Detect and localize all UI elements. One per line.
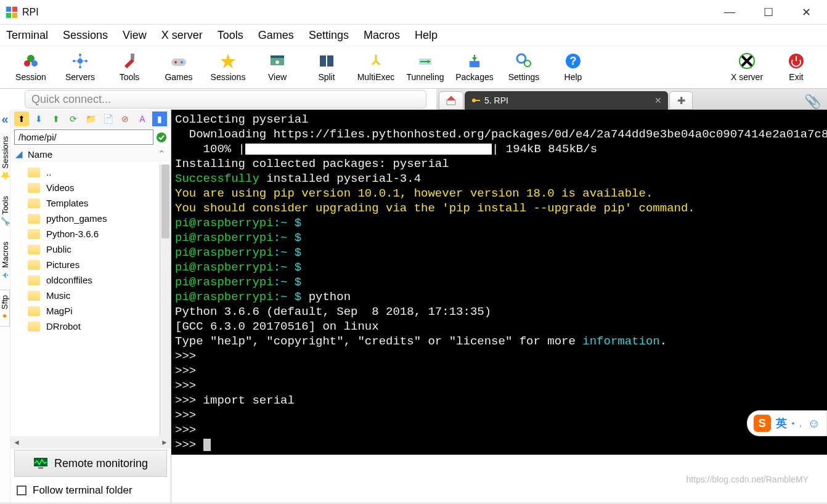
workspace: « ⭐Sessions 🔧Tools ✈Macros ●Sftp ⬆ ⬇ ⬆ ⟳… (0, 110, 827, 503)
remote-monitoring-button[interactable]: Remote monitoring (14, 450, 167, 477)
svg-rect-28 (470, 61, 479, 67)
svg-marker-29 (472, 57, 477, 61)
tb-settings[interactable]: Settings (499, 52, 548, 82)
file-row[interactable]: Public (10, 242, 160, 257)
tb-multiexec[interactable]: MultiExec (351, 52, 401, 82)
folder-icon (28, 198, 40, 208)
file-row[interactable]: Videos (10, 180, 160, 195)
menu-macros[interactable]: Macros (364, 29, 400, 42)
svg-point-31 (524, 60, 531, 67)
maximize-button[interactable]: ☐ (759, 3, 778, 22)
menu-bar: Terminal Sessions View X server Tools Ga… (0, 25, 827, 46)
tb-tunneling[interactable]: Tunneling (401, 52, 450, 82)
sftp-up-icon[interactable]: ⬆ (14, 112, 29, 126)
header-chevron-icon: ⌃ (158, 148, 166, 160)
ime-lang[interactable]: 英 (776, 416, 787, 431)
filelist-scrollbar-h[interactable]: ◄► (10, 436, 171, 449)
file-row[interactable]: Templates (10, 195, 160, 211)
filelist-scrollbar-v[interactable] (160, 165, 171, 436)
ime-bar[interactable]: S 英 • , ☺ (747, 410, 827, 436)
folder-icon (28, 260, 40, 270)
svg-rect-0 (6, 6, 11, 11)
file-row[interactable]: oldconffiles (10, 272, 160, 288)
file-row[interactable]: MagPi (10, 303, 160, 319)
close-button[interactable]: ✕ (797, 3, 816, 22)
svg-point-6 (31, 60, 38, 67)
tb-packages[interactable]: Packages (450, 52, 499, 82)
menu-terminal[interactable]: Terminal (6, 29, 48, 42)
menu-games[interactable]: Games (258, 29, 294, 42)
file-row[interactable]: python_games (10, 211, 160, 226)
menu-tools[interactable]: Tools (218, 29, 243, 42)
svg-point-5 (24, 60, 30, 67)
sftp-edit-icon[interactable]: A (135, 112, 150, 126)
sftp-path-input[interactable] (14, 129, 153, 145)
vtab-tools[interactable]: 🔧Tools (1, 191, 10, 232)
collapse-sidebar-icon[interactable]: « (1, 112, 8, 126)
sftp-properties-icon[interactable]: ▮ (152, 112, 167, 126)
tab-active[interactable]: 5. RPI ✕ (465, 91, 668, 110)
filelist-body[interactable]: .. Videos Templates python_games Python-… (10, 165, 160, 436)
sftp-newfolder-icon[interactable]: 📁 (83, 112, 98, 126)
tb-servers[interactable]: Servers (55, 52, 105, 82)
filelist-header[interactable]: ◢ Name ⌃ (10, 146, 171, 162)
tb-games[interactable]: Games (154, 52, 203, 82)
folder-icon (28, 245, 40, 254)
svg-text:?: ? (570, 55, 577, 67)
tb-xserver[interactable]: X server (722, 52, 772, 82)
vtab-sftp[interactable]: ●Sftp (0, 290, 10, 327)
tb-help[interactable]: ?Help (548, 52, 598, 82)
menu-help[interactable]: Help (415, 29, 438, 42)
window-title: RPI (22, 7, 719, 18)
file-row[interactable]: .. (10, 165, 160, 180)
svg-rect-2 (6, 12, 11, 17)
quick-connect-input[interactable]: Quick connect... (25, 90, 426, 108)
menu-sessions[interactable]: Sessions (63, 29, 108, 42)
tb-sessions[interactable]: Sessions (203, 52, 253, 82)
file-row[interactable]: DRrobot (10, 319, 160, 334)
tb-session[interactable]: Session (6, 52, 55, 82)
svg-rect-42 (38, 467, 43, 469)
quick-connect-row: Quick connect... 5. RPI ✕ ✚ 📎 (0, 89, 827, 110)
ime-punct-icon[interactable]: • , (792, 419, 803, 428)
file-row[interactable]: Music (10, 288, 160, 303)
terminal[interactable]: Collecting pyserial Downloading https://… (171, 110, 827, 455)
vtab-macros[interactable]: ✈Macros (1, 237, 10, 285)
monitor-icon (33, 457, 48, 469)
tb-split[interactable]: Split (302, 52, 351, 82)
file-row[interactable]: Python-3.6.6 (10, 226, 160, 242)
sftp-download-icon[interactable]: ⬇ (31, 112, 46, 126)
svg-rect-24 (320, 55, 326, 67)
svg-rect-25 (327, 55, 333, 67)
folder-icon (28, 291, 40, 301)
tab-home[interactable] (439, 91, 463, 110)
menu-view[interactable]: View (123, 29, 147, 42)
tb-exit[interactable]: Exit (772, 52, 821, 82)
sftp-refresh-icon[interactable]: ⟳ (66, 112, 81, 126)
terminal-container: Collecting pyserial Downloading https://… (171, 110, 827, 503)
sftp-toolbar: ⬆ ⬇ ⬆ ⟳ 📁 📄 ⊘ A ▮ (10, 110, 171, 128)
ime-face-icon[interactable]: ☺ (808, 417, 820, 431)
watermark: https://blog.csdn.net/RambleMY (686, 474, 809, 484)
vtab-sessions[interactable]: ⭐Sessions (1, 131, 10, 186)
minimize-button[interactable]: — (719, 3, 740, 22)
sftp-newfile-icon[interactable]: 📄 (100, 112, 115, 126)
file-row[interactable]: Pictures (10, 257, 160, 272)
sftp-upload-icon[interactable]: ⬆ (49, 112, 63, 126)
attachment-icon[interactable]: 📎 (804, 94, 821, 110)
sftp-path-row (10, 128, 171, 146)
follow-terminal-row[interactable]: Follow terminal folder (10, 478, 171, 503)
tab-close-icon[interactable]: ✕ (654, 96, 662, 105)
tab-new[interactable]: ✚ (669, 91, 693, 110)
menu-settings[interactable]: Settings (309, 29, 349, 42)
key-icon (471, 96, 481, 105)
menu-xserver[interactable]: X server (161, 29, 203, 42)
left-edge-tabs: « ⭐Sessions 🔧Tools ✈Macros ●Sftp (0, 110, 10, 503)
tb-view[interactable]: View (253, 52, 302, 82)
sftp-sidebar: ⬆ ⬇ ⬆ ⟳ 📁 📄 ⊘ A ▮ ◢ Name ⌃ .. Videos Tem… (10, 110, 171, 503)
svg-marker-37 (447, 96, 455, 100)
tb-tools[interactable]: Tools (105, 52, 154, 82)
sftp-delete-icon[interactable]: ⊘ (118, 112, 132, 126)
ime-sogou-icon[interactable]: S (754, 415, 771, 432)
follow-checkbox[interactable] (17, 486, 26, 495)
